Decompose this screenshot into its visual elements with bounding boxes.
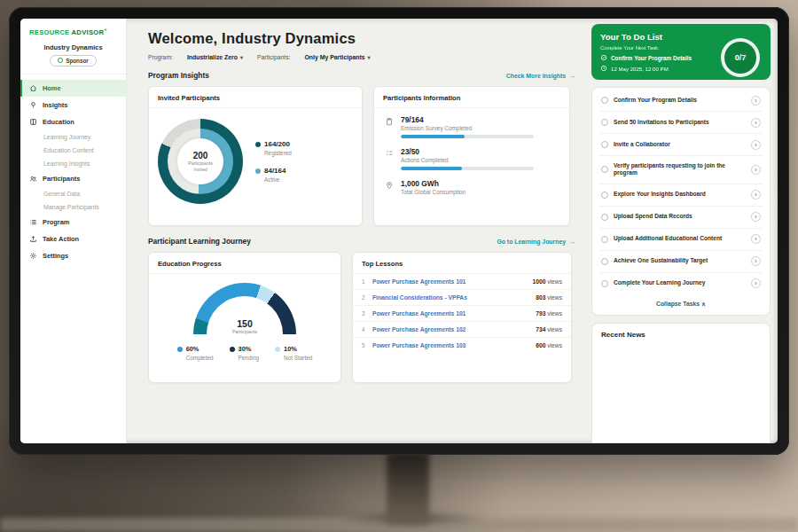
lesson-row: 3 Power Purchase Agreements 101 793 view… [353,306,571,322]
people-icon [29,175,37,183]
consumption-row: 1,000 GWh Total Global Consumption [385,179,559,195]
info-card-title: Participants Information [374,87,569,108]
checkbox-icon[interactable] [601,214,608,221]
location-pin-icon [385,181,394,190]
chevron-right-icon[interactable]: › [751,140,761,150]
task-upload-educational-content[interactable]: Upload Additional Educational Content › [599,229,763,251]
checkbox-icon[interactable] [601,236,608,243]
education-legend: 60% Completed 30% Pending 10% Not Starte… [177,345,313,361]
sponsor-badge[interactable]: Sponsor [50,55,97,66]
chevron-right-icon[interactable]: › [751,165,761,175]
chevron-right-icon[interactable]: › [751,256,761,266]
main-content: Welcome, Industry Dynamics Program: Indu… [127,19,586,443]
legend-active: 84/164 Active [255,167,292,183]
task-complete-learning-journey[interactable]: Complete Your Learning Journey › [599,273,763,294]
monitor-stand [387,452,429,525]
lesson-link[interactable]: Power Purchase Agreements 101 [372,310,530,317]
sponsor-label: Sponsor [66,58,89,64]
program-insights-title: Program Insights [148,71,209,80]
checkbox-icon[interactable] [601,166,608,173]
bulb-icon [29,101,37,109]
chevron-right-icon[interactable]: › [751,190,761,200]
clock-icon [600,65,607,72]
legend-dot [255,168,261,174]
checkbox-icon[interactable] [601,192,608,199]
list-icon [29,218,37,226]
task-explore-insights[interactable]: Explore Your Insights Dashboard › [599,184,763,207]
chevron-right-icon[interactable]: › [751,234,761,244]
legend-pending: 30% Pending [230,345,259,361]
invited-donut-chart: 200 Participants Invited [158,119,243,204]
learning-journey-header: Participant Learning Journey Go to Learn… [148,237,575,246]
invited-card-title: Invited Participants [149,87,362,108]
lesson-row: 4 Power Purchase Agreements 102 734 view… [353,322,571,338]
book-icon [29,118,37,126]
todo-summary-card: Your To Do List Complete Your Next Task:… [591,24,771,80]
lesson-link[interactable]: Power Purchase Agreements 103 [372,342,530,348]
sidebar-item-settings[interactable]: Settings [20,247,126,264]
sidebar-item-general-data[interactable]: General Data [20,187,126,200]
chevron-down-icon: ▾ [368,54,371,60]
task-send-invitations[interactable]: Send 50 Invitations to Participants › [599,112,763,134]
sidebar-item-learning-insights[interactable]: Learning Insights [20,157,126,170]
checkbox-icon[interactable] [601,280,608,287]
invited-participants-card: Invited Participants 200 Participants In… [148,86,363,226]
todo-task-list: Confirm Your Program Details › Send 50 I… [591,87,771,316]
lesson-link[interactable]: Power Purchase Agreements 101 [372,278,528,285]
sidebar-item-education[interactable]: Education [20,113,126,130]
desktop-photo: { "brand": { "primary": "RESOURCE", "sec… [0,0,798,532]
legend-dot [177,347,183,352]
todo-progress-ring: 0/7 [721,38,760,77]
checkbox-icon[interactable] [601,258,608,265]
sidebar-item-insights[interactable]: Insights [20,97,126,113]
org-name: Industry Dynamics [20,43,126,51]
todo-panel: Your To Do List Complete Your Next Task:… [586,19,778,443]
sidebar-item-education-content[interactable]: Education Content [20,144,126,157]
sidebar-item-learning-journey[interactable]: Learning Journey [20,130,126,144]
recent-news-card: Recent News [591,323,771,443]
sidebar-item-home[interactable]: Home [20,80,126,97]
lesson-link[interactable]: Financial Considerations - VPPAs [372,294,530,301]
task-verify-participants[interactable]: Verify participants requesting to join t… [599,156,763,184]
arrow-right-icon: → [569,73,575,79]
checkbox-icon[interactable] [601,97,608,104]
participants-select[interactable]: Only My Participants ▾ [304,54,370,60]
sidebar-item-manage-participants[interactable]: Manage Participants [20,200,126,214]
collapse-tasks-link[interactable]: Collapse Tasks ∧ [599,294,763,313]
legend-dot [275,347,280,352]
lesson-link[interactable]: Power Purchase Agreements 102 [372,326,530,332]
chevron-down-icon: ▾ [240,54,243,60]
sidebar-nav: Home Insights Education Learning Journey… [20,80,126,264]
task-confirm-program[interactable]: Confirm Your Program Details › [599,90,763,112]
app-logo: RESOURCE ADVISOR+ [20,27,126,43]
org-block: Industry Dynamics Sponsor [20,43,126,74]
chevron-right-icon[interactable]: › [751,212,761,222]
task-achieve-target[interactable]: Achieve One Sustainability Target › [599,251,763,273]
top-lessons-title: Top Lessons [353,253,571,274]
checkbox-icon[interactable] [601,141,608,148]
checklist-icon [385,149,394,158]
donut-center-value: 200 [193,151,208,160]
chevron-right-icon[interactable]: › [751,96,761,106]
gauge-center-value: 150 [193,318,296,329]
sidebar-item-participants[interactable]: Participants [20,170,126,187]
chevron-right-icon[interactable]: › [751,278,761,288]
sidebar-item-take-action[interactable]: Take Action [20,231,126,247]
home-icon [29,84,37,92]
gauge-center-label: Participants [193,329,296,334]
check-more-insights-link[interactable]: Check More Insights → [506,73,575,79]
filter-bar: Program: Industrialize Zero ▾ Participan… [148,54,575,60]
go-to-learning-journey-link[interactable]: Go to Learning Journey → [497,239,575,245]
dashboard-screen: RESOURCE ADVISOR+ Industry Dynamics Spon… [20,19,778,443]
task-upload-spend-data[interactable]: Upload Spend Data Records › [599,207,763,229]
top-lessons-card: Top Lessons 1 Power Purchase Agreements … [352,252,572,383]
chevron-right-icon[interactable]: › [751,118,761,128]
program-select[interactable]: Industrialize Zero ▾ [187,54,243,60]
task-invite-collaborator[interactable]: Invite a Collaborator › [599,134,763,156]
education-card-title: Education Progress [149,253,340,274]
program-insights-header: Program Insights Check More Insights → [148,71,575,80]
donut-center-label: Participants Invited [183,160,218,173]
insights-cards-row: Invited Participants 200 Participants In… [148,86,575,226]
checkbox-icon[interactable] [601,119,608,126]
sidebar-item-program[interactable]: Program [20,214,126,231]
